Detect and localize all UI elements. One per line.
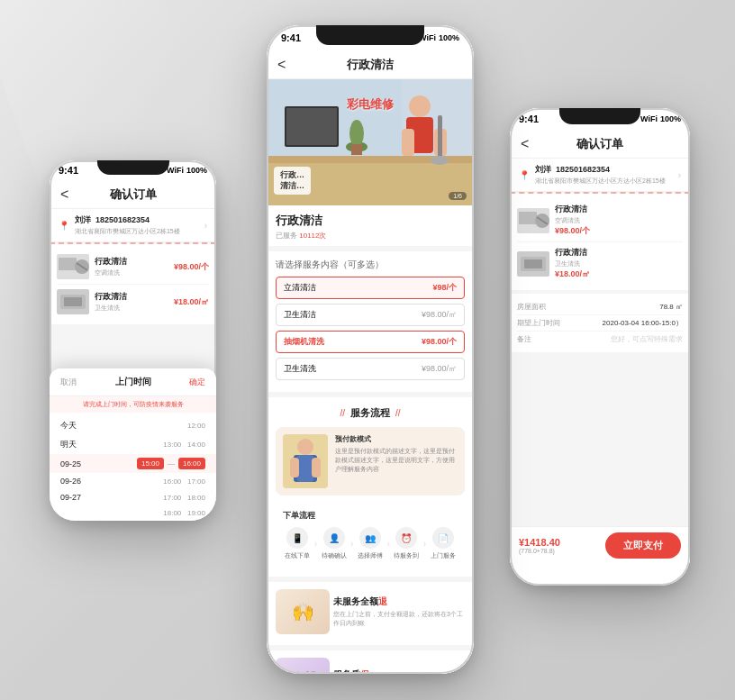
notch-right [559, 108, 640, 124]
back-button-left[interactable]: < [60, 186, 68, 203]
wifi-icon-right: WiFi [640, 114, 658, 123]
phone-right: 9:41 ●●● WiFi 100% < 确认订单 📍 刘洋 182501682… [510, 108, 690, 586]
page-indicator-center: 1/6 [449, 192, 467, 200]
guarantee-icon-center: 服务质量保障 [276, 658, 330, 674]
flow-arrow-4: › [423, 539, 426, 549]
option-name-2: 卫生清洁 [284, 309, 316, 321]
payment-title-center: 预付款模式 [335, 434, 458, 444]
pay-button-right[interactable]: 立即支付 [605, 532, 681, 559]
price-sub-right: (778.0+78.8) [519, 548, 560, 554]
hero-bg-center: 彩电维修 行政… 清洁… 1/6 [267, 79, 474, 205]
right-confirm-content: 📍 刘洋 182501682354 湖北省襄阳市樊城区万达小区方达小区2栋15楼… [510, 159, 690, 564]
order-items-left: 行政清洁 空调清洗 ¥98.00/个 行政清洁 [50, 244, 216, 324]
time-row-today[interactable]: 今天 12:00 [50, 416, 216, 435]
flow-step-3: 👥 选择师傅 [358, 527, 383, 560]
back-button-right[interactable]: < [521, 136, 529, 152]
address-detail-left: 湖北省襄阳市樊城区万达小区2栋15楼 [75, 227, 199, 236]
flow-step-2: 👤 待确确认 [322, 527, 347, 560]
nav-bar-center: < 行政清洁 [267, 50, 474, 79]
time-range-today: 12:00 [187, 422, 205, 430]
battery-icon-right: 100% [660, 114, 681, 123]
time-row-extra[interactable]: 18:00 19:00 [50, 505, 216, 521]
meta-area-row: 房屋面积 78.8 ㎡ [517, 299, 683, 315]
flow-step-icon-2: 👤 [323, 527, 345, 549]
item-info-2-left: 行政清洁 卫生清洗 [95, 291, 168, 313]
svg-rect-1 [59, 258, 77, 270]
option-name-1: 立清清洁 [284, 282, 316, 294]
confirm-button-left[interactable]: 确定 [189, 377, 205, 388]
refund-title: 未服务全额退 [333, 595, 465, 608]
time-row-tomorrow[interactable]: 明天 13:00 14:00 [50, 435, 216, 454]
time-picker-left: 取消 上门时间 确定 请完成上门时间，可防疫情来袭服务 今天 12:00 [50, 368, 216, 521]
service-option-1[interactable]: 立清清洁 ¥98/个 [276, 277, 465, 299]
address-arrow-left[interactable]: › [204, 221, 207, 231]
flow-step-1: 📱 在线下单 [285, 527, 310, 560]
flow-arrow-3: › [386, 539, 389, 549]
address-arrow-right[interactable]: › [678, 170, 681, 180]
meta-area-label: 房屋面积 [517, 302, 546, 312]
svg-rect-19 [402, 129, 414, 156]
item-thumb-1-left [57, 254, 89, 279]
order-items-right: 行政清洁 空调清洗 ¥98.00/个 行政清洁 [510, 194, 690, 290]
flow-section-center: // 服务流程 // [267, 397, 474, 577]
time-row-0926[interactable]: 09-26 16:00 17:00 [50, 473, 216, 489]
item-sub-2-right: 卫生清洗 [555, 259, 683, 268]
service-option-4[interactable]: 卫生清洗 ¥98.00/㎡ [276, 358, 465, 380]
svg-rect-12 [351, 144, 362, 155]
cancel-button-left[interactable]: 取消 [60, 377, 77, 388]
flow-title-bar-center: // 服务流程 // [276, 406, 465, 420]
refund-icon: 🙌 [276, 589, 330, 634]
time-warning-left: 请完成上门时间，可防疫情来袭服务 [50, 396, 216, 413]
address-pin-right: 📍 [519, 170, 530, 180]
time-to-0925: 16:00 [178, 458, 205, 469]
nav-title-right: 确认订单 [576, 136, 623, 152]
wifi-icon-left: WiFi [167, 166, 184, 175]
status-time-right: 9:41 [519, 114, 539, 124]
service-hero-center: 彩电维修 行政… 清洁… 1/6 [267, 79, 474, 205]
action-bar-right: ¥1418.40 (778.0+78.8) 立即支付 [510, 526, 690, 564]
item-name-2-right: 行政清洁 [555, 247, 683, 259]
refund-desc: 您在上门之前，支付全额退款，还款将在3个工作日内到账 [333, 610, 465, 628]
service-option-2[interactable]: 卫生清洁 ¥98.00/㎡ [276, 304, 465, 326]
meta-time-label: 期望上门时间 [517, 318, 560, 328]
back-button-center[interactable]: < [277, 57, 286, 73]
time-dash-0925: — [168, 459, 175, 468]
item-name-1-left: 行政清洁 [95, 256, 168, 268]
guarantee-text-center: 服务质保 依据对全程服务方与和服务质量进行保障 [333, 668, 447, 674]
service-count-center: 已服务 10112次 [276, 231, 465, 241]
meta-area-value: 78.8 ㎡ [659, 302, 683, 312]
item-sub-1-left: 空调清洗 [95, 268, 168, 277]
order-item-2-right: 行政清洁 卫生清洗 ¥18.00/㎡ [517, 242, 683, 285]
service-option-3[interactable]: 抽烟机清洗 ¥98.00/个 [276, 331, 465, 353]
time-range-extra: 18:00 19:00 [163, 509, 205, 517]
notch-center [316, 25, 424, 45]
battery-icon-center: 100% [439, 33, 459, 42]
flow-arrow-1: › [314, 539, 317, 549]
flow-step-icon-4: ⏰ [395, 527, 417, 549]
time-row-0927[interactable]: 09-27 17:00 18:00 [50, 489, 216, 505]
refund-text: 未服务全额退 您在上门之前，支付全额退款，还款将在3个工作日内到账 [333, 595, 465, 628]
svg-rect-6 [64, 297, 82, 306]
svg-point-22 [431, 156, 449, 165]
battery-icon-left: 100% [186, 166, 207, 175]
hero-card-line2: 清洁… [280, 180, 304, 192]
svg-point-24 [297, 439, 313, 455]
meta-note-row: 备注 您好，可点写特殊需求 [517, 332, 683, 347]
dashed-divider-left [50, 242, 216, 244]
meta-note-value: 您好，可点写特殊需求 [611, 334, 683, 344]
flow-arrow-2: › [350, 539, 353, 549]
order-flow-label: 下单流程 [283, 510, 458, 522]
address-section-left: 📍 刘洋 182501682354 湖北省襄阳市樊城区万达小区2栋15楼 › [50, 209, 216, 242]
flow-step-4: ⏰ 待服务到 [394, 527, 419, 560]
time-row-0925[interactable]: 09-25 15:00 — 16:00 [50, 454, 216, 473]
promo-badge-center: 彩电维修 [347, 95, 394, 113]
promo-text-center: 彩电维修 [347, 97, 394, 111]
payment-card-text-center: 预付款模式 这里是预付款模式的描述文字，这里是预付款模式描述文字，这里是说明文字… [335, 434, 458, 488]
flow-step-label-2: 待确确认 [322, 551, 347, 560]
order-item-1-left: 行政清洁 空调清洗 ¥98.00/个 [57, 250, 209, 285]
meta-note-label: 备注 [517, 334, 531, 344]
address-name-right: 刘洋 182501682354 [535, 164, 673, 176]
flow-title-text: 服务流程 [350, 406, 390, 420]
time-list-left: 今天 12:00 明天 13:00 14:00 09-2 [50, 413, 216, 521]
meta-time-value: 2020-03-04 16:00-15:0） [603, 318, 683, 328]
